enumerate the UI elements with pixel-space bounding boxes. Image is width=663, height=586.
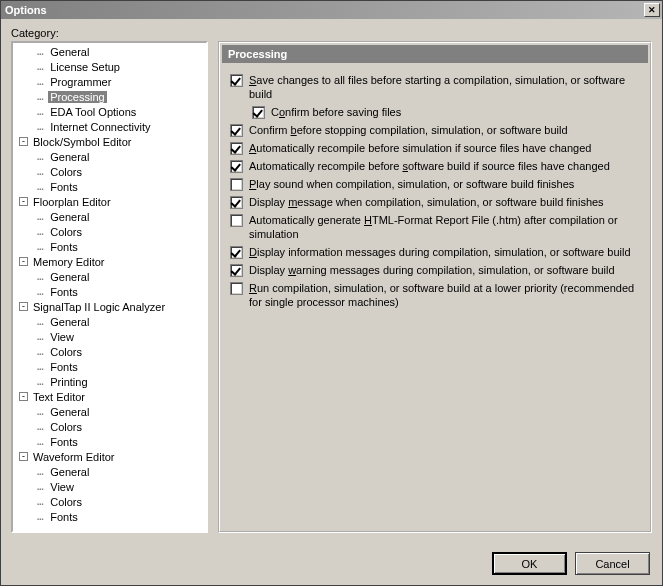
tree-connector	[13, 345, 37, 358]
tree-item[interactable]: … General	[13, 314, 206, 329]
tree-expander-icon[interactable]: -	[19, 392, 28, 401]
tree-item-label: Internet Connectivity	[48, 121, 152, 133]
tree-item[interactable]: … Colors	[13, 344, 206, 359]
option-row: Run compilation, simulation, or software…	[230, 281, 640, 309]
tree-item[interactable]: -Memory Editor	[13, 254, 206, 269]
tree-connector	[13, 165, 37, 178]
option-label: Automatically recompile before software …	[249, 159, 610, 173]
checkbox[interactable]	[230, 246, 243, 259]
tree-connector	[13, 330, 37, 343]
tree-connector	[13, 405, 37, 418]
tree-expander-icon[interactable]: -	[19, 452, 28, 461]
checkbox[interactable]	[230, 160, 243, 173]
tree-item-label: Fonts	[48, 361, 80, 373]
tree-item[interactable]: … Fonts	[13, 359, 206, 374]
tree-item[interactable]: … General	[13, 404, 206, 419]
tree-item-label: Text Editor	[31, 391, 87, 403]
tree-item-label: Colors	[48, 166, 84, 178]
option-label: Display warning messages during compilat…	[249, 263, 615, 277]
tree-item-label: Fonts	[48, 286, 80, 298]
option-row: Automatically recompile before software …	[230, 159, 640, 173]
tree-item[interactable]: … Colors	[13, 164, 206, 179]
tree-item[interactable]: … General	[13, 44, 206, 59]
tree-expander-icon[interactable]: -	[19, 137, 28, 146]
tree-item[interactable]: … Colors	[13, 419, 206, 434]
tree-item-label: EDA Tool Options	[48, 106, 138, 118]
close-button[interactable]: ✕	[644, 3, 660, 17]
options-dialog: Options ✕ Category: … General … License …	[0, 0, 663, 586]
tree-item-label: Fonts	[48, 436, 80, 448]
tree-item[interactable]: … Fonts	[13, 509, 206, 524]
tree-item[interactable]: … Fonts	[13, 284, 206, 299]
option-row: Display message when compilation, simula…	[230, 195, 640, 209]
option-row: Confirm before saving files	[252, 105, 640, 119]
tree-item[interactable]: … Colors	[13, 224, 206, 239]
tree-item-label: Fonts	[48, 511, 80, 523]
tree-item[interactable]: … Colors	[13, 494, 206, 509]
dialog-body: Category: … General … License Setup … Pr…	[1, 19, 662, 585]
tree-connector	[13, 285, 37, 298]
tree-list: … General … License Setup … Programmer ……	[13, 44, 206, 524]
tree-connector	[13, 480, 37, 493]
option-label: Save changes to all files before startin…	[249, 73, 640, 101]
tree-item[interactable]: … General	[13, 149, 206, 164]
tree-item[interactable]: … View	[13, 479, 206, 494]
tree-item[interactable]: … Processing	[13, 89, 206, 104]
option-label: Confirm before stopping compilation, sim…	[249, 123, 568, 137]
tree-item-label: Colors	[48, 496, 84, 508]
tree-connector	[13, 45, 37, 58]
checkbox[interactable]	[230, 282, 243, 295]
checkbox[interactable]	[252, 106, 265, 119]
options-list: Save changes to all files before startin…	[220, 65, 650, 531]
checkbox[interactable]	[230, 124, 243, 137]
tree-item[interactable]: … General	[13, 464, 206, 479]
tree-item[interactable]: -Floorplan Editor	[13, 194, 206, 209]
tree-connector	[13, 420, 37, 433]
tree-connector	[13, 105, 37, 118]
tree-item[interactable]: … View	[13, 329, 206, 344]
cancel-button[interactable]: Cancel	[575, 552, 650, 575]
tree-expander-icon[interactable]: -	[19, 302, 28, 311]
tree-connector	[13, 60, 37, 73]
tree-item-label: Printing	[48, 376, 89, 388]
tree-item[interactable]: -Text Editor	[13, 389, 206, 404]
checkbox[interactable]	[230, 74, 243, 87]
tree-item[interactable]: … Fonts	[13, 179, 206, 194]
option-row: Display warning messages during compilat…	[230, 263, 640, 277]
tree-item-label: Colors	[48, 421, 84, 433]
tree-item[interactable]: … EDA Tool Options	[13, 104, 206, 119]
titlebar: Options ✕	[1, 1, 662, 19]
tree-item[interactable]: -Block/Symbol Editor	[13, 134, 206, 149]
checkbox[interactable]	[230, 178, 243, 191]
checkbox[interactable]	[230, 264, 243, 277]
tree-item[interactable]: … Fonts	[13, 434, 206, 449]
option-label: Confirm before saving files	[271, 105, 401, 119]
checkbox[interactable]	[230, 214, 243, 227]
tree-connector	[13, 495, 37, 508]
tree-item-label: General	[48, 151, 91, 163]
tree-item[interactable]: … General	[13, 269, 206, 284]
checkbox[interactable]	[230, 142, 243, 155]
tree-item-label: Colors	[48, 226, 84, 238]
section-title: Processing	[222, 45, 648, 63]
tree-item[interactable]: … Printing	[13, 374, 206, 389]
option-row: Play sound when compilation, simulation,…	[230, 177, 640, 191]
ok-button[interactable]: OK	[492, 552, 567, 575]
tree-connector	[13, 360, 37, 373]
tree-item[interactable]: … License Setup	[13, 59, 206, 74]
tree-expander-icon[interactable]: -	[19, 197, 28, 206]
tree-item[interactable]: … Internet Connectivity	[13, 119, 206, 134]
tree-expander-icon[interactable]: -	[19, 257, 28, 266]
tree-item-label: View	[48, 331, 76, 343]
tree-item-label: Fonts	[48, 241, 80, 253]
category-tree[interactable]: … General … License Setup … Programmer ……	[11, 41, 208, 533]
tree-item[interactable]: … General	[13, 209, 206, 224]
tree-item-label: Floorplan Editor	[31, 196, 113, 208]
tree-item-label: Programmer	[48, 76, 113, 88]
tree-item[interactable]: -Waveform Editor	[13, 449, 206, 464]
checkbox[interactable]	[230, 196, 243, 209]
tree-item[interactable]: -SignalTap II Logic Analyzer	[13, 299, 206, 314]
tree-item-label: Memory Editor	[31, 256, 107, 268]
tree-item[interactable]: … Fonts	[13, 239, 206, 254]
tree-item[interactable]: … Programmer	[13, 74, 206, 89]
